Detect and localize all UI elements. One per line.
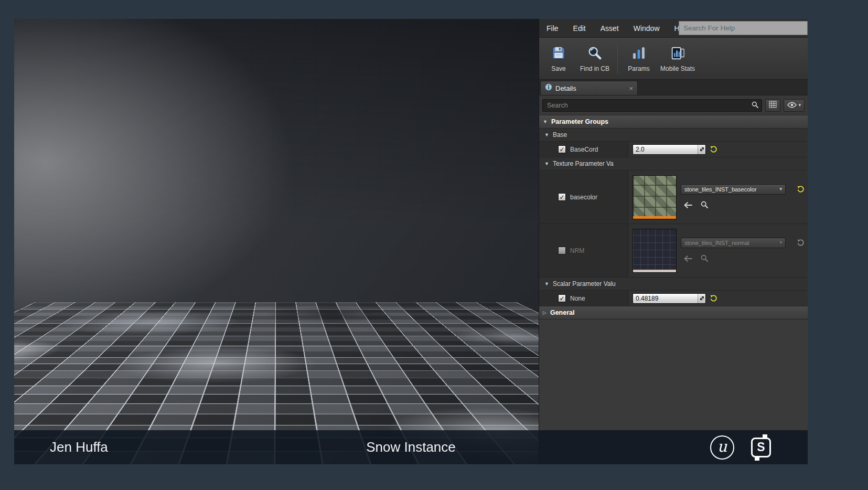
- find-in-cb-button[interactable]: Find in CB: [576, 42, 614, 75]
- app-window: File Edit Asset Window Help Save Find in…: [14, 19, 808, 464]
- reset-to-default-icon[interactable]: [797, 185, 804, 195]
- filter-row: ▾: [539, 95, 808, 115]
- nrm-asset-name: stone_tiles_INST_normal: [684, 240, 777, 246]
- toolbar-separator: [617, 44, 618, 74]
- nrm-asset-buttons: [681, 254, 794, 264]
- tab-details-label: Details: [555, 84, 626, 92]
- save-icon: [551, 45, 566, 63]
- expander-down-icon[interactable]: ▼: [544, 282, 549, 286]
- basecolor-asset-combo[interactable]: stone_tiles_INST_basecolor ▾: [681, 184, 786, 195]
- category-scalar-label: Scalar Parameter Valu: [553, 280, 616, 287]
- expander-down-icon[interactable]: ▼: [544, 133, 549, 137]
- basecord-label: BaseCord: [570, 146, 598, 153]
- none-numeric-field: [633, 293, 706, 304]
- chevron-down-icon: ▾: [779, 187, 782, 191]
- browse-to-asset-icon[interactable]: [701, 201, 708, 210]
- menu-bar: File Edit Asset Window Help: [539, 19, 808, 38]
- tab-details[interactable]: Details ×: [540, 81, 638, 95]
- reset-to-default-icon[interactable]: [797, 239, 804, 248]
- nrm-label: NRM: [570, 247, 584, 254]
- thumbnail-status-bar: [633, 216, 676, 219]
- menu-window[interactable]: Window: [626, 19, 667, 37]
- expander-down-icon[interactable]: ▼: [544, 162, 549, 166]
- toolbar: Save Find in CB Params Mobile Stats: [539, 38, 808, 80]
- unreal-logo-letter: u: [717, 439, 727, 454]
- details-panel: File Edit Asset Window Help Save Find in…: [539, 19, 808, 464]
- browse-to-asset-icon[interactable]: [701, 254, 708, 264]
- category-scalar-parameter-values[interactable]: ▼ Scalar Parameter Valu: [539, 278, 808, 291]
- info-icon: [545, 83, 552, 93]
- expander-down-icon[interactable]: ▼: [543, 120, 548, 124]
- expander-right-icon[interactable]: ▷: [543, 311, 546, 315]
- basecolor-value-cell: stone_tiles_INST_basecolor ▾: [628, 171, 808, 223]
- check-icon: ✓: [559, 295, 564, 302]
- general-header[interactable]: ▷ General: [539, 306, 808, 319]
- category-texture-label: Texture Parameter Va: [553, 160, 614, 167]
- property-matrix-button[interactable]: [765, 99, 780, 112]
- none-value-input[interactable]: [633, 294, 698, 303]
- author-name: Jen Huffa: [50, 439, 108, 455]
- tab-close-icon[interactable]: ×: [629, 85, 633, 92]
- nrm-value-cell: stone_tiles_INST_normal ▾: [628, 224, 808, 277]
- basecolor-texture-thumbnail[interactable]: [633, 175, 677, 219]
- substance-logo-letter: S: [757, 441, 765, 453]
- basecolor-asset-controls: stone_tiles_INST_basecolor ▾: [681, 184, 803, 210]
- parameter-groups-header[interactable]: ▼ Parameter Groups: [539, 115, 808, 129]
- material-preview-viewport[interactable]: [14, 19, 539, 464]
- chevron-down-icon: ▾: [779, 240, 782, 245]
- use-selected-arrow-icon[interactable]: [684, 254, 692, 264]
- param-row-basecolor: ✓ basecolor stone_tiles_INST_basecolor ▾: [539, 171, 808, 224]
- menu-edit[interactable]: Edit: [566, 19, 593, 37]
- category-base-label: Base: [553, 131, 567, 139]
- param-row-none: ✓ None: [539, 291, 808, 306]
- reset-to-default-icon[interactable]: [710, 146, 717, 153]
- none-value-cell: [628, 291, 808, 306]
- caption-bar: Jen Huffa Snow Instance u S: [14, 430, 808, 464]
- param-row-nrm: NRM stone_tiles_INST_normal ▾: [539, 224, 808, 278]
- save-label: Save: [551, 65, 565, 72]
- basecord-name-cell: ✓ BaseCord: [539, 142, 628, 157]
- instance-title: Snow Instance: [366, 439, 456, 455]
- parameter-groups-title: Parameter Groups: [551, 118, 608, 125]
- mobile-stats-icon: [670, 45, 685, 63]
- menu-asset[interactable]: Asset: [593, 19, 626, 37]
- slider-drag-icon[interactable]: [698, 145, 705, 154]
- brand-logos: u S: [710, 435, 771, 460]
- save-button[interactable]: Save: [541, 42, 576, 75]
- mobile-stats-label: Mobile Stats: [660, 65, 695, 72]
- tab-bar: Details ×: [539, 80, 808, 95]
- chevron-down-icon: ▾: [798, 103, 801, 108]
- check-icon: ✓: [559, 146, 564, 153]
- use-selected-arrow-icon[interactable]: [684, 201, 692, 210]
- basecord-value-cell: [628, 142, 808, 157]
- help-search-input[interactable]: [679, 22, 807, 35]
- unreal-engine-logo: u: [710, 435, 734, 460]
- nrm-asset-combo[interactable]: stone_tiles_INST_normal ▾: [681, 238, 786, 248]
- basecord-checkbox[interactable]: ✓: [558, 145, 566, 153]
- mobile-stats-button[interactable]: Mobile Stats: [656, 42, 699, 75]
- find-in-cb-label: Find in CB: [580, 65, 609, 72]
- view-options-button[interactable]: ▾: [784, 99, 805, 112]
- nrm-texture-thumbnail[interactable]: [633, 229, 677, 273]
- nrm-checkbox[interactable]: [558, 247, 566, 254]
- search-input[interactable]: [546, 101, 749, 110]
- params-button[interactable]: Params: [621, 42, 656, 75]
- basecord-value-input[interactable]: [633, 145, 698, 154]
- params-icon: [631, 45, 647, 63]
- eye-icon: [787, 101, 797, 110]
- menu-file[interactable]: File: [539, 19, 566, 37]
- none-label: None: [570, 295, 585, 302]
- param-row-basecord: ✓ BaseCord: [539, 142, 808, 157]
- slider-drag-icon[interactable]: [698, 294, 705, 303]
- basecolor-checkbox[interactable]: ✓: [558, 193, 566, 201]
- substance-logo: S: [751, 438, 771, 457]
- none-checkbox[interactable]: ✓: [558, 294, 566, 302]
- check-icon: ✓: [559, 194, 564, 200]
- none-name-cell: ✓ None: [539, 291, 628, 306]
- category-base[interactable]: ▼ Base: [539, 129, 808, 142]
- category-texture-parameter-values[interactable]: ▼ Texture Parameter Va: [539, 157, 808, 171]
- basecord-numeric-field: [633, 144, 706, 155]
- reset-to-default-icon[interactable]: [710, 295, 717, 302]
- find-in-cb-icon: [587, 45, 603, 63]
- grid-icon: [769, 101, 777, 110]
